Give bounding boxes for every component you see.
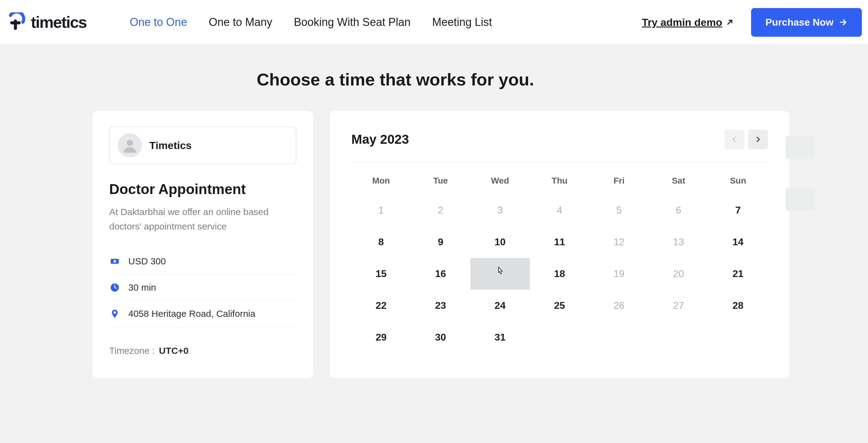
money-icon [109, 256, 120, 267]
duration-value: 30 min [128, 282, 156, 293]
calendar-day-5: 5 [589, 194, 649, 226]
svg-point-0 [127, 140, 133, 146]
admin-demo-label: Try admin demo [642, 17, 722, 28]
calendar-day-30[interactable]: 30 [411, 321, 470, 353]
svg-point-4 [114, 311, 116, 314]
calendar-day-12: 12 [589, 226, 649, 258]
decorative-stripes [786, 136, 815, 211]
calendar-day-16[interactable]: 16 [411, 258, 470, 290]
detail-duration: 30 min [109, 275, 297, 301]
organizer-name: Timetics [149, 139, 191, 152]
calendar-dow: Tue [411, 170, 470, 194]
top-navbar: timetics One to One One to Many Booking … [0, 0, 868, 45]
try-admin-demo-link[interactable]: Try admin demo [642, 17, 734, 28]
cursor-icon [495, 266, 505, 279]
calendar-day-27: 27 [649, 290, 708, 321]
appointment-details: USD 300 30 min 4058 Heritage Road, Calif… [109, 248, 297, 327]
calendar-day-29[interactable]: 29 [351, 321, 411, 353]
nav-one-to-one[interactable]: One to One [130, 16, 187, 29]
calendar-day-7[interactable]: 7 [708, 194, 768, 226]
brand-logo[interactable]: timetics [6, 12, 87, 32]
calendar-dow: Wed [470, 170, 530, 194]
calendar-day-31[interactable]: 31 [470, 321, 530, 353]
calendar-day-21[interactable]: 21 [708, 258, 768, 290]
calendar-day-25[interactable]: 25 [530, 290, 589, 321]
appointment-title: Doctor Appointment [109, 181, 297, 197]
logo-icon [6, 12, 26, 32]
calendar-panel: May 2023 MonTueWedThuFriSatSun 123456789… [330, 111, 789, 378]
calendar-day-20: 20 [649, 258, 708, 290]
detail-price: USD 300 [109, 248, 297, 275]
calendar-nav [724, 130, 768, 149]
calendar-day-15[interactable]: 15 [351, 258, 411, 290]
calendar-days-grid: 1234567891011121314151617181920212223242… [351, 194, 768, 353]
calendar-day-14[interactable]: 14 [708, 226, 768, 258]
timezone-label: Timezone : [109, 346, 155, 356]
avatar [118, 133, 142, 157]
calendar-day-23[interactable]: 23 [411, 290, 470, 321]
calendar-day-19: 19 [589, 258, 649, 290]
price-value: USD 300 [128, 256, 166, 266]
brand-name: timetics [31, 13, 87, 31]
calendar-dow: Sat [649, 170, 708, 194]
calendar-dow: Fri [589, 170, 649, 194]
nav-one-to-many[interactable]: One to Many [209, 16, 272, 29]
clock-icon [109, 282, 120, 293]
appointment-info-card: Timetics Doctor Appointment At Daktarbha… [93, 111, 313, 378]
purchase-now-button[interactable]: Purchase Now [751, 8, 862, 37]
calendar-day-9[interactable]: 9 [411, 226, 470, 258]
calendar-day-17[interactable]: 17 [470, 258, 530, 290]
purchase-label: Purchase Now [765, 17, 833, 28]
calendar-day-3: 3 [470, 194, 530, 226]
calendar-month-label: May 2023 [351, 132, 409, 147]
calendar-head: May 2023 [351, 130, 768, 162]
calendar-day-28[interactable]: 28 [708, 290, 768, 321]
calendar-next-button[interactable] [748, 130, 768, 149]
calendar-day-4: 4 [530, 194, 589, 226]
svg-point-2 [114, 260, 116, 262]
person-icon [122, 138, 137, 153]
appointment-description: At Daktarbhai we offer an online based d… [109, 205, 297, 233]
timezone-value: UTC+0 [159, 346, 188, 356]
calendar-dow: Sun [708, 170, 768, 194]
calendar-day-8[interactable]: 8 [351, 226, 411, 258]
detail-location: 4058 Heritage Road, California [109, 301, 297, 327]
nav-meeting-list[interactable]: Meeting List [432, 16, 492, 29]
timezone-row: Timezone : UTC+0 [109, 346, 297, 356]
calendar-day-22[interactable]: 22 [351, 290, 411, 321]
main-nav: One to One One to Many Booking With Seat… [130, 16, 492, 29]
organizer-box[interactable]: Timetics [109, 126, 297, 164]
calendar-prev-button[interactable] [724, 130, 744, 149]
calendar-day-2: 2 [411, 194, 470, 226]
chevron-left-icon [731, 136, 738, 143]
location-pin-icon [109, 308, 120, 319]
calendar-day-11[interactable]: 11 [530, 226, 589, 258]
chevron-right-icon [754, 136, 761, 143]
arrow-right-icon [839, 18, 848, 27]
location-value: 4058 Heritage Road, California [128, 309, 255, 319]
calendar-dow: Mon [351, 170, 411, 194]
calendar-day-24[interactable]: 24 [470, 290, 530, 321]
calendar-day-6: 6 [649, 194, 708, 226]
calendar-day-13: 13 [649, 226, 708, 258]
calendar-days-of-week: MonTueWedThuFriSatSun [351, 170, 768, 194]
external-link-icon [726, 18, 734, 26]
page-title: Choose a time that works for you. [0, 69, 868, 90]
calendar-dow: Thu [530, 170, 589, 194]
calendar-day-1: 1 [351, 194, 411, 226]
calendar-day-10[interactable]: 10 [470, 226, 530, 258]
nav-booking-seat[interactable]: Booking With Seat Plan [294, 16, 410, 29]
calendar-day-18[interactable]: 18 [530, 258, 589, 290]
calendar-day-26: 26 [589, 290, 649, 321]
